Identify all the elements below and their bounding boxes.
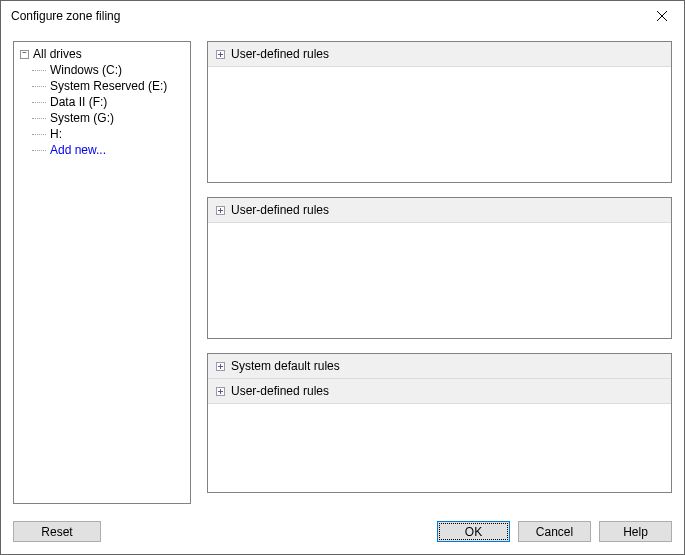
expand-icon[interactable] [216, 50, 225, 59]
add-new-label: Add new... [50, 143, 106, 157]
window-title: Configure zone filing [11, 9, 120, 23]
tree-connector [32, 86, 46, 87]
tree-item-label: Windows (C:) [50, 63, 122, 77]
rule-group-label: User-defined rules [231, 203, 329, 217]
tree-item-add-new[interactable]: Add new... [28, 142, 188, 158]
tree-root-label: All drives [33, 47, 82, 61]
tree-connector [32, 70, 46, 71]
tree-children: Windows (C:) System Reserved (E:) Data I… [16, 62, 188, 158]
tree-item-label: H: [50, 127, 62, 141]
drive-tree-panel: All drives Windows (C:) System Reserved … [13, 41, 191, 504]
tree-connector [32, 150, 46, 151]
rule-group-label: User-defined rules [231, 47, 329, 61]
tree-connector [32, 102, 46, 103]
titlebar: Configure zone filing [1, 1, 684, 31]
tree-root-all-drives[interactable]: All drives [16, 46, 188, 62]
close-icon [657, 11, 667, 21]
expand-icon[interactable] [216, 362, 225, 371]
tree-connector [32, 134, 46, 135]
tree-item-drive[interactable]: System (G:) [28, 110, 188, 126]
tree-item-drive[interactable]: Windows (C:) [28, 62, 188, 78]
help-button[interactable]: Help [599, 521, 672, 542]
expand-icon[interactable] [216, 387, 225, 396]
close-button[interactable] [639, 2, 684, 31]
reset-button[interactable]: Reset [13, 521, 101, 542]
rules-panel-3: System default rules User-defined rules [207, 353, 672, 493]
tree-connector [32, 118, 46, 119]
tree-item-label: Data II (F:) [50, 95, 107, 109]
tree-item-drive[interactable]: System Reserved (E:) [28, 78, 188, 94]
button-bar: Reset OK Cancel Help [1, 509, 684, 554]
rules-panels-container: User-defined rules User-defined rules Sy… [207, 41, 672, 509]
rule-group-header[interactable]: System default rules [208, 354, 671, 379]
cancel-button[interactable]: Cancel [518, 521, 591, 542]
rules-panel-2: User-defined rules [207, 197, 672, 339]
tree-item-label: System Reserved (E:) [50, 79, 167, 93]
tree-item-drive[interactable]: Data II (F:) [28, 94, 188, 110]
rule-group-label: System default rules [231, 359, 340, 373]
rule-group-label: User-defined rules [231, 384, 329, 398]
collapse-icon[interactable] [20, 50, 29, 59]
rule-group-header[interactable]: User-defined rules [208, 42, 671, 67]
rules-panel-1: User-defined rules [207, 41, 672, 183]
tree-item-label: System (G:) [50, 111, 114, 125]
ok-button[interactable]: OK [437, 521, 510, 542]
expand-icon[interactable] [216, 206, 225, 215]
rule-group-header[interactable]: User-defined rules [208, 198, 671, 223]
dialog-content: All drives Windows (C:) System Reserved … [1, 31, 684, 509]
rule-group-header[interactable]: User-defined rules [208, 379, 671, 404]
tree-item-drive[interactable]: H: [28, 126, 188, 142]
